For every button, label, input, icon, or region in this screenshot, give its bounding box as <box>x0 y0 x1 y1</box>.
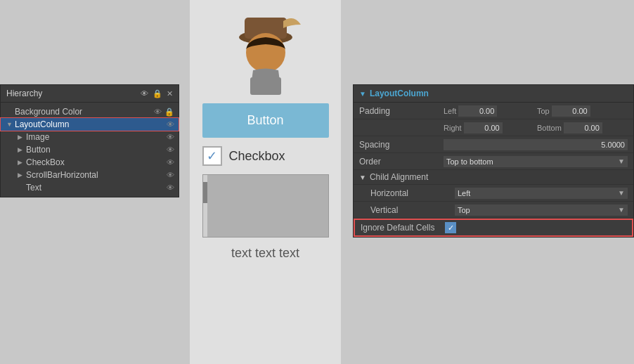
prop-row-ignore-default-cells: Ignore Default Cells ✓ <box>354 219 633 237</box>
right-label: Right <box>444 124 462 132</box>
lock-icon-bg: 🔒 <box>164 108 174 117</box>
hier-label-scrollbar: ScrollBarHorizontal <box>26 170 167 180</box>
hier-icons-btn: 👁 <box>167 145 179 154</box>
prop-padding-bottom-item: Bottom <box>537 122 628 134</box>
eye-icon-sb: 👁 <box>167 171 174 179</box>
hier-label-background-color: Background Color <box>15 107 154 117</box>
close-header-icon[interactable]: ✕ <box>167 89 173 98</box>
padding-left-input[interactable] <box>458 105 497 117</box>
top-label: Top <box>537 107 550 115</box>
child-alignment-header: ▼ Child Alignment <box>354 170 633 185</box>
preview-checkbox-label: Checkbox <box>229 149 285 164</box>
expand-arrow-bg <box>6 108 15 115</box>
hier-item-background-color[interactable]: Background Color 👁 🔒 <box>1 105 179 118</box>
hier-item-text[interactable]: Text 👁 <box>1 181 179 194</box>
hier-item-layout-column[interactable]: ▼ LayoutColumn 👁 <box>1 118 179 131</box>
prop-order-values: Top to bottom ▼ <box>444 156 628 167</box>
hier-icons-lc: 👁 <box>167 120 179 129</box>
prop-spacing-label: Spacing <box>359 140 444 150</box>
hierarchy-content: Background Color 👁 🔒 ▼ LayoutColumn 👁 ▶ … <box>1 103 179 197</box>
hierarchy-header-icons: 👁 🔒 ✕ <box>141 89 173 98</box>
ignore-default-cells-checkbox[interactable]: ✓ <box>445 222 456 233</box>
hier-item-button[interactable]: ▶ Button 👁 <box>1 143 179 156</box>
padding-bottom-input[interactable] <box>564 122 602 134</box>
prop-ignore-default-cells-label: Ignore Default Cells <box>361 223 445 233</box>
prop-padding-top-item: Top <box>537 105 628 117</box>
prop-row-padding-top: Padding Left Top <box>354 103 633 119</box>
spacing-input[interactable] <box>444 139 628 150</box>
order-dropdown-arrow: ▼ <box>618 157 625 165</box>
prop-horizontal-values: Left ▼ <box>455 188 628 199</box>
horizontal-dropdown[interactable]: Left ▼ <box>455 188 628 199</box>
expand-arrow-img: ▶ <box>18 134 26 141</box>
hier-icons-cb: 👁 <box>167 158 179 167</box>
properties-panel: ▼ LayoutColumn Padding Left Top Right Bo… <box>353 84 634 238</box>
preview-checkbox-row: ✓ Checkbox <box>202 146 329 166</box>
hier-item-image[interactable]: ▶ Image 👁 <box>1 131 179 143</box>
padding-top-input[interactable] <box>552 105 590 117</box>
expand-arrow-btn: ▶ <box>18 146 26 153</box>
hierarchy-title: Hierarchy <box>6 89 42 98</box>
vertical-dropdown-arrow: ▼ <box>618 206 625 214</box>
eye-icon-lc: 👁 <box>167 120 174 129</box>
horizontal-dropdown-text: Left <box>458 189 618 197</box>
prop-padding-label: Padding <box>359 106 444 116</box>
prop-vertical-values: Top ▼ <box>455 204 628 216</box>
hier-label-layout-column: LayoutColumn <box>15 119 167 129</box>
hier-label-image: Image <box>26 132 167 142</box>
prop-padding-rb-values: Right Bottom <box>444 122 628 134</box>
expand-arrow-sb: ▶ <box>18 171 26 178</box>
hierarchy-header: Hierarchy 👁 🔒 ✕ <box>1 85 179 103</box>
hier-label-button: Button <box>26 145 167 155</box>
prop-row-spacing: Spacing <box>354 136 633 153</box>
vertical-dropdown[interactable]: Top ▼ <box>455 204 628 216</box>
padding-right-input[interactable] <box>464 122 503 134</box>
vertical-dropdown-text: Top <box>458 206 618 214</box>
eye-icon-bg: 👁 <box>154 108 162 116</box>
prop-row-order: Order Top to bottom ▼ <box>354 153 633 170</box>
preview-character <box>224 11 308 95</box>
hierarchy-panel: Hierarchy 👁 🔒 ✕ Background Color 👁 🔒 ▼ L… <box>0 84 179 197</box>
bottom-label: Bottom <box>537 124 562 132</box>
character-svg <box>224 11 308 95</box>
hier-item-checkbox[interactable]: ▶ CheckBox 👁 <box>1 156 179 169</box>
prop-vertical-label: Vertical <box>370 205 455 215</box>
preview-button[interactable]: Button <box>202 103 329 138</box>
expand-arrow-cb: ▶ <box>18 159 26 166</box>
child-alignment-label: Child Alignment <box>370 172 428 182</box>
prop-padding-left-item: Left <box>444 105 534 117</box>
prop-padding-lt-values: Left Top <box>444 105 628 117</box>
hier-icons-bg: 👁 🔒 <box>154 108 179 117</box>
expand-arrow-txt <box>18 184 26 191</box>
preview-panel: Button ✓ Checkbox text text text <box>190 0 341 364</box>
preview-text: text text text <box>231 246 299 261</box>
prop-ignore-default-cells-values: ✓ <box>445 222 626 233</box>
properties-section-title: LayoutColumn <box>370 89 429 98</box>
eye-icon-txt: 👁 <box>167 183 174 192</box>
horizontal-dropdown-arrow: ▼ <box>618 189 625 197</box>
prop-padding-right-item: Right <box>444 122 534 134</box>
order-dropdown[interactable]: Top to bottom ▼ <box>444 156 628 167</box>
scroll-track <box>203 175 207 237</box>
lock-header-icon[interactable]: 🔒 <box>153 89 162 98</box>
hier-icons-txt: 👁 <box>167 183 179 192</box>
expand-arrow-lc: ▼ <box>6 121 15 128</box>
preview-scrollbar-area <box>202 174 329 238</box>
order-dropdown-text: Top to bottom <box>446 157 618 166</box>
preview-checkbox-box[interactable]: ✓ <box>202 146 222 166</box>
child-alignment-arrow: ▼ <box>359 174 366 181</box>
eye-header-icon[interactable]: 👁 <box>141 89 148 98</box>
hier-icons-img: 👁 <box>167 133 179 141</box>
prop-row-vertical: Vertical Top ▼ <box>354 202 633 219</box>
svg-rect-3 <box>250 77 281 95</box>
prop-spacing-values <box>444 139 628 150</box>
hier-icons-sb: 👁 <box>167 171 179 179</box>
hier-item-scrollbar[interactable]: ▶ ScrollBarHorizontal 👁 <box>1 169 179 181</box>
prop-order-label: Order <box>359 157 444 167</box>
scroll-thumb[interactable] <box>203 182 207 203</box>
prop-horizontal-label: Horizontal <box>370 188 455 198</box>
eye-icon-btn: 👁 <box>167 145 174 154</box>
prop-row-horizontal: Horizontal Left ▼ <box>354 185 633 202</box>
hier-label-checkbox: CheckBox <box>26 157 167 167</box>
prop-row-padding-bottom: Right Bottom <box>354 119 633 136</box>
